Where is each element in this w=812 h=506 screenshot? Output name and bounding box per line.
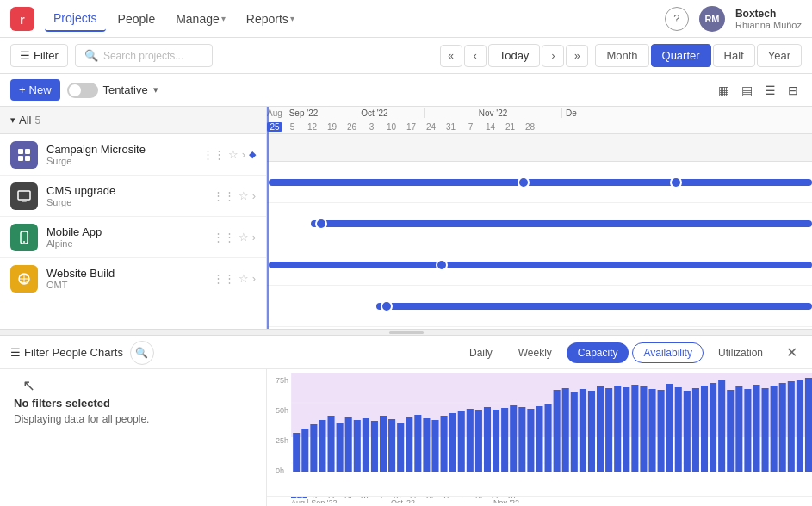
svg-rect-64 — [666, 384, 673, 472]
top-nav: r Projects People Manage ▾ Reports ▾ ? R… — [0, 0, 812, 38]
chevron-right-icon[interactable]: › — [252, 272, 256, 285]
all-row: ▾ All 5 — [0, 107, 266, 134]
tentative-toggle-wrap: Tentative ▾ — [67, 83, 158, 98]
project-avatar-mobile — [10, 224, 38, 251]
chart-month-oct: Oct '22 — [360, 498, 446, 500]
timeline-next-button[interactable]: › — [542, 45, 564, 67]
list-view-icon[interactable]: ☰ — [761, 82, 779, 99]
new-button[interactable]: + New — [10, 79, 60, 101]
svg-rect-73 — [744, 389, 751, 472]
drag-icon[interactable]: ⋮⋮ — [213, 272, 235, 285]
close-bottom-panel-button[interactable]: ✕ — [781, 342, 802, 363]
today-line — [267, 107, 269, 329]
project-row-mobile: Mobile App Alpine ⋮⋮ ☆ › — [0, 217, 266, 258]
svg-rect-4 — [18, 156, 23, 161]
timeline-prev-button[interactable]: ‹ — [464, 45, 487, 67]
svg-rect-67 — [692, 388, 699, 472]
project-info-campaign: Campaign Microsite Surge — [46, 143, 146, 166]
svg-rect-3 — [25, 149, 30, 154]
nav-reports[interactable]: Reports ▾ — [238, 7, 303, 31]
avatar[interactable]: RM — [699, 6, 725, 32]
today-button[interactable]: Today — [488, 44, 541, 67]
main-gantt: ▾ All 5 Campaign Microsite Surge ⋮⋮ ☆ › … — [0, 107, 812, 329]
all-label: All — [19, 114, 31, 126]
timeline-last-button[interactable]: » — [566, 45, 588, 67]
star-icon[interactable]: ☆ — [239, 189, 249, 202]
svg-rect-35 — [414, 415, 421, 472]
drag-icon[interactable]: ⋮⋮ — [213, 231, 235, 244]
svg-rect-60 — [631, 385, 638, 472]
chart-svg-container: 75h 50h 25h 0h — [267, 369, 812, 496]
svg-rect-59 — [623, 387, 629, 472]
tab-year[interactable]: Year — [757, 44, 802, 67]
chart-tab-daily[interactable]: Daily — [458, 342, 504, 363]
tentative-label: Tentative — [103, 83, 148, 96]
milestone-website — [381, 300, 393, 312]
drag-icon[interactable]: ⋮⋮ — [202, 148, 225, 161]
drag-icon[interactable]: ⋮⋮ — [213, 189, 235, 202]
svg-rect-29 — [363, 418, 369, 472]
bottom-panel: ☰ Filter People Charts 🔍 Daily Weekly Ca… — [0, 336, 812, 506]
bar-chart-icon[interactable]: ▦ — [715, 82, 733, 99]
svg-rect-7 — [22, 201, 27, 202]
gantt-bar-mobile-bar — [269, 262, 812, 268]
tab-quarter[interactable]: Quarter — [651, 44, 711, 67]
star-icon[interactable]: ☆ — [239, 231, 249, 244]
svg-rect-34 — [406, 417, 412, 472]
collapse-icon[interactable]: ▾ — [10, 114, 15, 126]
chart-tab-capacity[interactable]: Capacity — [567, 342, 629, 363]
svg-rect-71 — [727, 390, 734, 472]
chevron-right-icon[interactable]: › — [242, 148, 245, 161]
chart-tab-utilization[interactable]: Utilization — [707, 342, 774, 363]
filter-button[interactable]: ☰ Filter — [10, 44, 68, 67]
svg-rect-6 — [18, 191, 30, 200]
tentative-chevron-icon: ▾ — [153, 84, 158, 96]
svg-rect-43 — [484, 407, 491, 472]
search-box[interactable]: 🔍 Search projects... — [75, 44, 213, 67]
tab-month[interactable]: Month — [595, 44, 648, 67]
star-icon[interactable]: ☆ — [239, 272, 249, 285]
timeline-first-button[interactable]: « — [440, 45, 462, 67]
project-info-cms: CMS upgrade Surge — [46, 184, 115, 207]
svg-rect-24 — [319, 420, 325, 472]
timeline-view-icon[interactable]: ▤ — [738, 82, 756, 99]
svg-rect-45 — [501, 408, 508, 472]
svg-rect-79 — [797, 380, 803, 472]
nav-projects[interactable]: Projects — [45, 6, 106, 32]
svg-rect-62 — [648, 389, 655, 472]
star-icon[interactable]: ☆ — [228, 148, 239, 161]
svg-rect-39 — [449, 413, 456, 472]
nav-people[interactable]: People — [109, 7, 164, 31]
grid-view-icon[interactable]: ⊟ — [784, 82, 802, 99]
gantt-bar-mobile — [267, 244, 812, 286]
month-sep: Sep '22 — [282, 108, 325, 118]
resize-handle[interactable] — [0, 329, 812, 336]
svg-rect-68 — [701, 386, 708, 472]
svg-rect-28 — [354, 420, 361, 472]
filter-people-button[interactable]: ☰ Filter People Charts — [10, 346, 123, 359]
tab-half[interactable]: Half — [713, 44, 755, 67]
gantt-bar-campaign — [267, 162, 812, 203]
project-actions-cms: ⋮⋮ ☆ › — [213, 189, 256, 202]
chart-tab-availability[interactable]: Availability — [632, 342, 703, 363]
svg-rect-46 — [510, 405, 517, 472]
tentative-toggle[interactable] — [67, 83, 98, 98]
timeline-nav-arrows: « ‹ Today › » — [440, 44, 589, 67]
search-people-button[interactable]: 🔍 — [130, 341, 154, 365]
nav-manage[interactable]: Manage ▾ — [167, 7, 234, 31]
svg-rect-53 — [571, 392, 578, 472]
projects-list: ▾ All 5 Campaign Microsite Surge ⋮⋮ ☆ › … — [0, 107, 267, 329]
chevron-right-icon[interactable]: › — [252, 231, 256, 244]
svg-rect-61 — [640, 386, 647, 472]
svg-rect-80 — [805, 378, 812, 472]
chart-tab-weekly[interactable]: Weekly — [507, 342, 563, 363]
project-row-campaign: Campaign Microsite Surge ⋮⋮ ☆ › ◆ — [0, 134, 266, 176]
milestone-2-campaign — [670, 176, 682, 188]
gantt-chart: Aug Sep '22 Oct '22 Nov '22 De 25 5 12 1… — [267, 107, 812, 329]
help-button[interactable]: ? — [665, 7, 689, 31]
search-icon: 🔍 — [84, 49, 98, 62]
svg-rect-5 — [25, 156, 30, 161]
chevron-right-icon[interactable]: › — [252, 189, 256, 202]
chart-area: 75h 50h 25h 0h — [267, 369, 812, 506]
svg-rect-44 — [493, 410, 499, 472]
